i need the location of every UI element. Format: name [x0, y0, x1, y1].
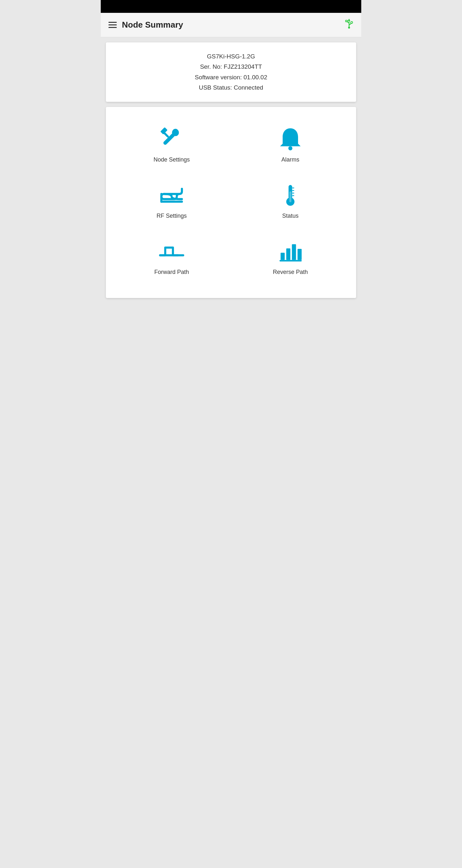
- hamburger-menu-button[interactable]: [108, 22, 117, 28]
- svg-rect-13: [292, 188, 294, 188]
- device-usb-status: USB Status: Connected: [112, 83, 350, 93]
- device-model: GS7Ki-HSG-1.2G: [112, 51, 350, 62]
- svg-point-7: [164, 142, 166, 144]
- svg-point-5: [351, 22, 353, 24]
- svg-rect-19: [286, 249, 290, 260]
- alarms-button[interactable]: Alarms: [231, 117, 350, 173]
- svg-rect-22: [279, 260, 302, 262]
- usb-icon: [344, 19, 354, 31]
- svg-rect-8: [160, 127, 168, 134]
- rf-settings-icon: [159, 182, 185, 208]
- alarms-label: Alarms: [282, 156, 299, 163]
- forward-path-icon: [159, 239, 185, 264]
- top-bar: [101, 0, 361, 13]
- svg-rect-20: [292, 244, 296, 260]
- svg-rect-16: [292, 195, 294, 196]
- reverse-path-button[interactable]: Reverse Path: [231, 229, 350, 285]
- alarms-icon: [277, 126, 303, 152]
- header: Node Summary: [101, 13, 361, 37]
- svg-point-9: [289, 147, 293, 151]
- svg-rect-21: [297, 249, 302, 260]
- device-info-card: GS7Ki-HSG-1.2G Ser. No: FJZ213204TT Soft…: [106, 42, 356, 102]
- reverse-path-label: Reverse Path: [273, 269, 308, 276]
- status-label: Status: [282, 213, 298, 219]
- svg-marker-6: [348, 19, 350, 21]
- forward-path-label: Forward Path: [154, 269, 189, 276]
- page-title: Node Summary: [122, 20, 344, 30]
- bottom-area: [101, 303, 361, 432]
- device-software: Software version: 01.00.02: [112, 72, 350, 83]
- node-settings-button[interactable]: Node Settings: [112, 117, 231, 173]
- reverse-path-icon: [277, 239, 303, 264]
- status-button[interactable]: Status: [231, 173, 350, 229]
- svg-rect-14: [292, 190, 294, 191]
- rf-settings-label: RF Settings: [157, 213, 187, 219]
- forward-path-button[interactable]: Forward Path: [112, 229, 231, 285]
- device-serial: Ser. No: FJZ213204TT: [112, 62, 350, 72]
- status-icon: [277, 182, 303, 208]
- node-settings-label: Node Settings: [153, 156, 190, 163]
- menu-card: Node Settings Alarms: [106, 107, 356, 298]
- rf-settings-button[interactable]: RF Settings: [112, 173, 231, 229]
- svg-rect-3: [345, 20, 348, 22]
- svg-rect-15: [292, 193, 294, 193]
- svg-point-1: [348, 27, 350, 29]
- node-settings-icon: [159, 126, 185, 152]
- svg-rect-18: [281, 253, 285, 260]
- svg-rect-12: [289, 191, 291, 202]
